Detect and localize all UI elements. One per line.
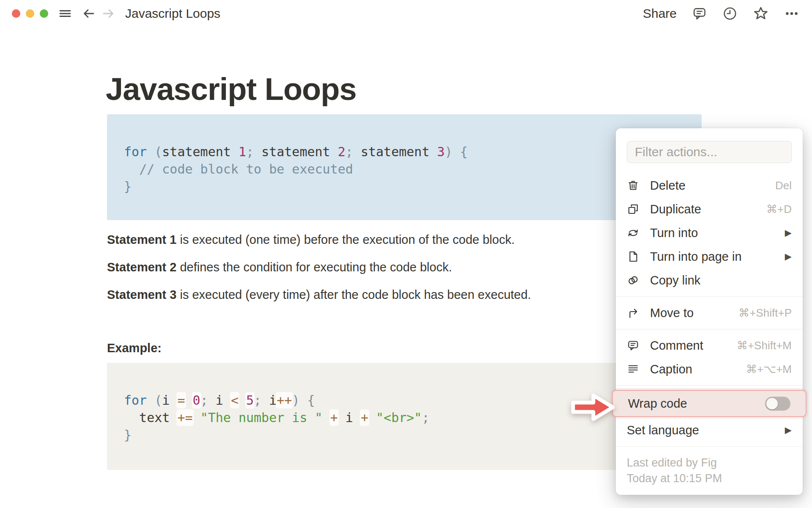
breadcrumb-title: Javascript Loops <box>125 6 220 21</box>
menu-item-label: Duplicate <box>650 202 766 216</box>
notion-window: Javascript Loops Share Javascript Loops … <box>0 0 812 508</box>
forward-icon[interactable] <box>102 6 116 21</box>
menu-item-label: Turn into <box>650 226 785 240</box>
caption-icon <box>627 363 639 375</box>
trash-icon <box>627 179 639 192</box>
code-block-syntax[interactable]: for (statement 1; statement 2; statement… <box>107 114 702 220</box>
menu-item-label: Set language <box>627 423 785 437</box>
code-line: } <box>124 178 685 195</box>
menu-item-copy-link[interactable]: Copy link <box>616 268 803 292</box>
submenu-arrow-icon: ▶ <box>785 425 792 435</box>
share-button[interactable]: Share <box>643 6 677 21</box>
menu-divider <box>616 329 803 329</box>
shortcut-hint: ⌘+Shift+M <box>737 339 792 352</box>
traffic-lights <box>12 9 48 18</box>
example-label[interactable]: Example: <box>107 341 162 355</box>
page-icon <box>627 250 639 263</box>
window-toolbar: Javascript Loops Share <box>0 0 812 27</box>
block-context-menu: DeleteDelDuplicate⌘+DTurn into▶Turn into… <box>616 128 803 495</box>
code-line: for (statement 1; statement 2; statement… <box>124 143 685 160</box>
red-pointer-arrow <box>570 390 616 425</box>
menu-item-label: Turn into page in <box>650 250 785 264</box>
code-line: } <box>124 426 685 444</box>
menu-item-label: Wrap code <box>628 397 765 411</box>
menu-item-label: Copy link <box>650 273 792 287</box>
code-line: // code block to be executed <box>124 160 685 178</box>
menu-item-label: Comment <box>650 339 737 353</box>
submenu-arrow-icon: ▶ <box>785 228 792 238</box>
menu-item-caption[interactable]: Caption⌘+⌥+M <box>616 357 803 381</box>
minimize-window-button[interactable] <box>26 9 34 18</box>
page-title[interactable]: Javascript Loops <box>106 71 357 107</box>
duplicate-icon <box>627 203 639 215</box>
last-edited-by: Last edited by Fig <box>627 455 792 471</box>
shortcut-hint: ⌘+D <box>766 203 792 216</box>
text-block-statement-1[interactable]: Statement 1 is executed (one time) befor… <box>107 232 515 247</box>
menu-item-turn-into-page-in[interactable]: Turn into page in▶ <box>616 245 803 268</box>
shortcut-hint: ⌘+Shift+P <box>738 306 792 320</box>
menu-item-label: Caption <box>650 362 746 376</box>
menu-divider <box>616 385 803 386</box>
text-block-statement-3[interactable]: Statement 3 is executed (every time) aft… <box>107 287 531 302</box>
turn-into-icon <box>627 226 639 239</box>
menu-item-turn-into[interactable]: Turn into▶ <box>616 221 803 245</box>
shortcut-hint: Del <box>775 179 792 192</box>
history-clock-icon[interactable] <box>722 6 738 21</box>
menu-item-label: Delete <box>650 179 775 193</box>
menu-item-set-language[interactable]: Set language▶ <box>616 418 803 442</box>
menu-item-wrap-code[interactable]: Wrap code <box>612 390 807 417</box>
menu-item-label: Move to <box>650 306 738 320</box>
close-window-button[interactable] <box>12 9 20 18</box>
menu-divider <box>616 296 803 297</box>
menu-footer: Last edited by Fig Today at 10:15 PM <box>616 451 803 492</box>
comment-icon <box>627 339 639 352</box>
menu-item-delete[interactable]: DeleteDel <box>616 174 803 197</box>
filter-actions-input[interactable] <box>627 141 792 163</box>
move-to-icon <box>627 306 639 319</box>
shortcut-hint: ⌘+⌥+M <box>746 363 792 376</box>
submenu-arrow-icon: ▶ <box>785 251 792 262</box>
menu-item-comment[interactable]: Comment⌘+Shift+M <box>616 334 803 357</box>
menu-item-move-to[interactable]: Move to⌘+Shift+P <box>616 301 803 325</box>
menu-divider <box>616 446 803 447</box>
comments-icon[interactable] <box>692 6 707 21</box>
favorite-star-icon[interactable] <box>753 6 769 22</box>
last-edited-time: Today at 10:15 PM <box>627 471 792 486</box>
back-icon[interactable] <box>81 6 96 21</box>
zoom-window-button[interactable] <box>40 9 48 18</box>
wrap-code-toggle[interactable] <box>765 397 790 411</box>
link-icon <box>627 274 639 287</box>
more-options-icon[interactable] <box>784 6 799 21</box>
toggle-knob <box>766 398 778 409</box>
text-block-statement-2[interactable]: Statement 2 defines the condition for ex… <box>107 260 452 275</box>
menu-item-duplicate[interactable]: Duplicate⌘+D <box>616 197 803 221</box>
sidebar-menu-icon[interactable] <box>58 7 72 20</box>
